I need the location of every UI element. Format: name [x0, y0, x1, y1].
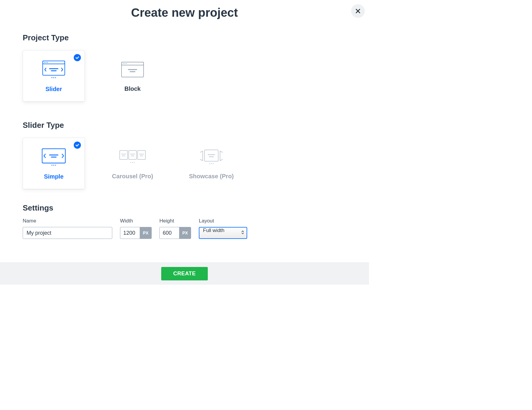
name-label: Name — [23, 218, 112, 224]
svg-rect-23 — [120, 151, 127, 159]
carousel-icon — [119, 145, 146, 169]
slider-icon — [42, 58, 65, 82]
svg-point-40 — [213, 163, 213, 164]
check-icon — [74, 142, 81, 149]
project-type-options: Slider Block — [23, 48, 346, 102]
svg-point-7 — [51, 77, 52, 78]
card-label: Slider — [45, 86, 62, 93]
slider-type-simple-card[interactable]: Simple — [23, 138, 85, 189]
svg-point-34 — [134, 162, 135, 163]
name-input[interactable] — [23, 227, 112, 239]
width-unit: PX — [140, 227, 152, 239]
width-input[interactable] — [120, 227, 140, 239]
section-title-settings: Settings — [23, 203, 346, 213]
card-label: Simple — [44, 173, 64, 180]
svg-point-8 — [53, 77, 54, 78]
svg-point-4 — [47, 62, 48, 63]
card-label: Showcase (Pro) — [189, 173, 234, 180]
svg-rect-24 — [129, 151, 136, 159]
width-label: Width — [120, 218, 152, 224]
modal-title: Create new project — [0, 0, 369, 22]
svg-point-2 — [44, 62, 45, 63]
svg-rect-17 — [42, 149, 65, 163]
svg-point-32 — [130, 162, 131, 163]
card-label: Block — [124, 85, 141, 92]
section-title-slider-type: Slider Type — [23, 121, 346, 130]
height-label: Height — [159, 218, 191, 224]
card-label: Carousel (Pro) — [112, 173, 153, 180]
showcase-icon — [200, 145, 223, 169]
slider-type-showcase-card: Showcase (Pro) — [180, 138, 242, 189]
svg-point-39 — [211, 163, 212, 164]
svg-point-13 — [124, 63, 125, 64]
project-type-slider-card[interactable]: Slider — [23, 50, 85, 102]
block-icon — [121, 58, 144, 81]
section-title-project-type: Project Type — [23, 33, 346, 42]
height-input[interactable] — [159, 227, 179, 239]
slider-type-carousel-card: Carousel (Pro) — [102, 138, 164, 189]
layout-label: Layout — [199, 218, 247, 224]
project-type-block-card[interactable]: Block — [102, 50, 164, 102]
svg-point-21 — [53, 165, 54, 165]
svg-point-12 — [123, 63, 124, 64]
create-button[interactable]: CREATE — [161, 267, 208, 280]
check-icon — [74, 54, 81, 61]
settings-row: Name Width PX Height PX Layout — [23, 218, 346, 239]
svg-point-14 — [126, 63, 127, 64]
svg-point-22 — [55, 165, 56, 165]
svg-point-3 — [46, 62, 47, 63]
simple-slider-icon — [42, 146, 66, 169]
slider-type-options: Simple — [23, 135, 346, 189]
close-button[interactable] — [351, 4, 365, 18]
svg-point-38 — [209, 163, 210, 164]
close-icon — [355, 8, 361, 14]
svg-point-33 — [132, 162, 133, 163]
height-unit: PX — [179, 227, 191, 239]
bottom-bar: CREATE — [0, 262, 369, 285]
svg-rect-35 — [205, 150, 218, 161]
svg-rect-25 — [138, 151, 145, 159]
svg-point-9 — [55, 77, 56, 78]
svg-point-20 — [51, 165, 52, 165]
layout-select[interactable]: Full width — [199, 227, 247, 239]
